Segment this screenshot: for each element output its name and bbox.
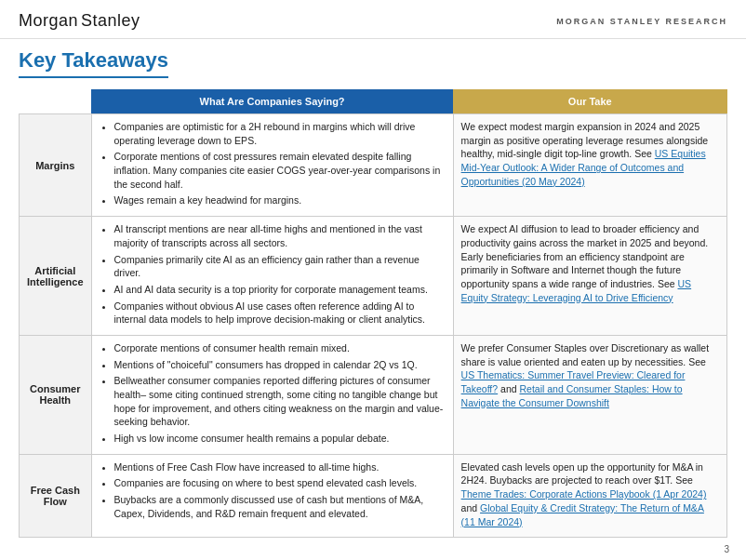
label-col-spacer bbox=[20, 89, 92, 114]
bullet-item: AI transcript mentions are near all-time… bbox=[114, 222, 446, 249]
logo-text2: Stanley bbox=[81, 11, 140, 30]
table-row: Free Cash FlowMentions of Free Cash Flow… bbox=[20, 454, 727, 537]
bullet-item: Wages remain a key headwind for margins. bbox=[114, 193, 446, 207]
page-number: 3 bbox=[724, 544, 729, 554]
our-take-cell: We expect modest margin expansion in 202… bbox=[453, 114, 726, 217]
our-take-cell: Elevated cash levels open up the opportu… bbox=[453, 454, 726, 537]
bullet-item: Companies primarily cite AI as an effici… bbox=[114, 253, 446, 280]
table-row: Artificial IntelligenceAI transcript men… bbox=[20, 217, 727, 336]
our-take-link-1[interactable]: Theme Trades: Corporate Actions Playbook… bbox=[461, 488, 707, 500]
our-take-text: Elevated cash levels open up the opportu… bbox=[461, 460, 719, 528]
bullet-item: Mentions of "choiceful" consumers has dr… bbox=[114, 358, 446, 372]
bullet-item: Corporate mentions of cost pressures rem… bbox=[114, 150, 446, 191]
main-table: What Are Companies Saying? Our Take Marg… bbox=[19, 89, 727, 538]
our-take-link[interactable]: US Equity Strategy: Leveraging AI to Dri… bbox=[461, 278, 692, 303]
bullet-item: Companies without obvious AI use cases o… bbox=[114, 300, 446, 327]
bullets-cell: Companies are optimistic for a 2H reboun… bbox=[91, 114, 453, 217]
row-label: Free Cash Flow bbox=[20, 454, 92, 537]
logo-text: Morgan bbox=[19, 11, 78, 30]
table-row: Consumer HealthCorporate mentions of con… bbox=[20, 335, 727, 454]
bullet-item: Mentions of Free Cash Flow have increase… bbox=[114, 460, 446, 474]
col-what-header: What Are Companies Saying? bbox=[91, 89, 453, 114]
our-take-cell: We expect AI diffusion to lead to broade… bbox=[453, 217, 726, 336]
page-title: Key Takeaways bbox=[19, 48, 168, 78]
row-label: Margins bbox=[20, 114, 92, 217]
column-header-row: What Are Companies Saying? Our Take bbox=[20, 89, 727, 114]
page-header: Morgan Stanley MORGAN STANLEY RESEARCH bbox=[0, 0, 746, 39]
logo: Morgan Stanley bbox=[19, 11, 140, 31]
bullets-cell: Corporate mentions of consumer health re… bbox=[91, 335, 453, 454]
our-take-text: We expect modest margin expansion in 202… bbox=[461, 120, 719, 188]
bullet-item: Bellweather consumer companies reported … bbox=[114, 374, 446, 429]
bullet-item: High vs low income consumer health remai… bbox=[114, 432, 446, 446]
bullet-item: Companies are focusing on where to best … bbox=[114, 476, 446, 490]
page-title-section: Key Takeaways bbox=[0, 39, 746, 84]
bullet-item: AI and AI data security is a top priorit… bbox=[114, 283, 446, 297]
row-label: Artificial Intelligence bbox=[20, 217, 92, 336]
bullets-cell: AI transcript mentions are near all-time… bbox=[91, 217, 453, 336]
our-take-text: We expect AI diffusion to lead to broade… bbox=[461, 222, 719, 304]
col-our-take-header: Our Take bbox=[453, 89, 726, 114]
bullet-item: Buybacks are a commonly discussed use of… bbox=[114, 493, 446, 520]
bullets-cell: Mentions of Free Cash Flow have increase… bbox=[91, 454, 453, 537]
research-label: MORGAN STANLEY RESEARCH bbox=[556, 17, 727, 26]
our-take-cell: We prefer Consumer Staples over Discreti… bbox=[453, 335, 726, 454]
bullet-item: Companies are optimistic for a 2H reboun… bbox=[114, 120, 446, 147]
our-take-text: We prefer Consumer Staples over Discreti… bbox=[461, 341, 719, 409]
our-take-link[interactable]: US Equities Mid-Year Outlook: A Wider Ra… bbox=[461, 148, 706, 186]
row-label: Consumer Health bbox=[20, 335, 92, 454]
bullet-item: Corporate mentions of consumer health re… bbox=[114, 341, 446, 355]
our-take-link-2[interactable]: Global Equity & Credit Strategy: The Ret… bbox=[461, 502, 704, 527]
table-row: MarginsCompanies are optimistic for a 2H… bbox=[20, 114, 727, 217]
